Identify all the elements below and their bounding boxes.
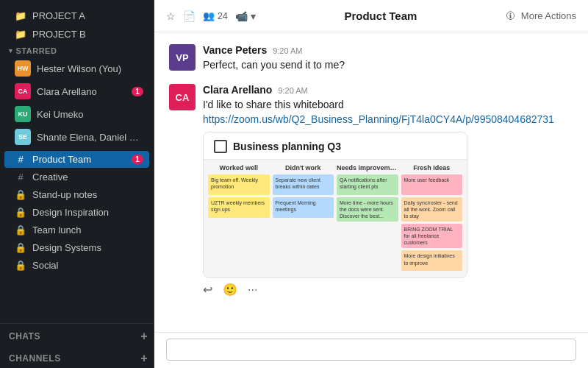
msg-content-clara: Clara Arellano 9:20 AM I'd like to share…	[203, 84, 573, 301]
sidebar-item-design-systems[interactable]: 🔒 Design Systems	[4, 239, 149, 256]
team-lunch-label: Team lunch	[32, 224, 143, 236]
message-clara: CA Clara Arellano 9:20 AM I'd like to sh…	[169, 84, 573, 301]
avatar-shante: SE	[15, 129, 31, 145]
message-input[interactable]	[166, 339, 576, 361]
clara-badge: 1	[132, 87, 143, 96]
design-systems-label: Design Systems	[32, 242, 143, 253]
wb-sticky-0-1: UZTR weekly members sign ups	[208, 197, 270, 218]
channel-title: Product Team	[256, 10, 506, 22]
member-files-icon[interactable]: 📄	[183, 10, 196, 22]
star-icon[interactable]: ☆	[166, 10, 176, 22]
header-left: ☆ 📄 👥 24 📹 ▾	[166, 10, 256, 22]
sidebar-item-social[interactable]: 🔒 Social	[4, 257, 149, 274]
sidebar-item-design-inspiration[interactable]: 🔒 Design Inspiration	[4, 204, 149, 221]
wb-sticky-1-0: Separate new client breaks within dates	[273, 174, 334, 195]
wb-col-didnt-work: Didn't work Separate new client breaks w…	[273, 164, 334, 274]
design-inspiration-label: Design Inspiration	[32, 207, 143, 218]
wb-sticky-3-0: More user feedback	[401, 174, 463, 195]
project-a-label: PROJECT A	[32, 10, 132, 21]
kei-label: Kei Umeko	[37, 109, 143, 120]
sidebar-item-creative[interactable]: # Creative	[4, 169, 149, 185]
more-options-icon[interactable]: ···	[248, 283, 257, 297]
msg-meta-vance: Vance Peters 9:20 AM	[203, 44, 573, 56]
shante-label: Shante Elena, Daniel Bow...	[37, 132, 143, 143]
sidebar-item-kei[interactable]: KU Kei Umeko	[4, 103, 149, 125]
hester-label: Hester Wilson (You)	[37, 63, 143, 74]
sidebar-bottom: CHATS + CHANNELS +	[0, 323, 154, 368]
wb-sticky-1-1: Frequent Morning meetings	[273, 197, 334, 218]
starred-items: HW Hester Wilson (You) CA Clara Arellano…	[0, 57, 154, 148]
product-team-label: Product Team	[32, 154, 132, 165]
whiteboard-embed: Business planning Q3 Worked well Big tea…	[203, 132, 467, 279]
message-input-area	[154, 332, 588, 368]
wb-sticky-0-0: Big team off. Weekly promotion	[208, 174, 270, 195]
channels-section-header[interactable]: CHANNELS +	[0, 350, 154, 367]
channels-section: CHANNELS +	[0, 346, 154, 368]
sidebar: 📁 PROJECT A ··· 📁 PROJECT B ··· ▾ STARRE…	[0, 0, 154, 368]
avatar-kei: KU	[15, 106, 31, 122]
sidebar-item-project-a[interactable]: 📁 PROJECT A ···	[4, 7, 149, 24]
wb-sticky-3-2: BRING ZOOM TRIAL for all freelance custo…	[401, 224, 463, 248]
wb-header: Business planning Q3	[204, 132, 467, 160]
sidebar-item-clara[interactable]: CA Clara Arellano 1	[4, 80, 149, 102]
projects-section: 📁 PROJECT A ··· 📁 PROJECT B ···	[0, 7, 154, 43]
channel-header: ☆ 📄 👥 24 📹 ▾ Product Team 🛈 More Actions	[154, 0, 588, 32]
sidebar-item-team-lunch[interactable]: 🔒 Team lunch	[4, 222, 149, 238]
wb-col-needs-improvement: Needs improvement QA notifications after…	[337, 164, 398, 274]
msg-time-clara: 9:20 AM	[278, 86, 307, 95]
more-actions-icon: 🛈	[506, 10, 515, 21]
channels-list: # Product Team 1 # Creative 🔒 Stand-up n…	[0, 151, 154, 274]
creative-label: Creative	[32, 171, 143, 183]
add-channel-button[interactable]: +	[140, 353, 148, 364]
sidebar-item-standup[interactable]: 🔒 Stand-up notes	[4, 186, 149, 203]
emoji-icon[interactable]: 🙂	[223, 283, 237, 297]
sidebar-item-hester[interactable]: HW Hester Wilson (You)	[4, 57, 149, 79]
standup-label: Stand-up notes	[32, 189, 143, 200]
header-right[interactable]: 🛈 More Actions	[506, 10, 576, 21]
msg-author-vance: Vance Peters	[203, 44, 267, 56]
wb-sticky-3-3: More design initiatives to improve	[401, 250, 463, 271]
wb-sticky-2-1: More time - more hours the docs were sen…	[337, 197, 398, 222]
starred-label: STARRED	[16, 46, 57, 55]
folder-icon: 📁	[15, 10, 26, 21]
avatar-clara: CA	[15, 83, 31, 99]
msg-text-vance: Perfect, can you send it to me?	[203, 57, 573, 72]
messages-area: VP Vance Peters 9:20 AM Perfect, can you…	[154, 32, 588, 332]
members-count[interactable]: 👥 24	[203, 10, 228, 21]
avatar-vance: VP	[169, 44, 196, 71]
wb-sticky-2-0: QA notifications after starting client p…	[337, 174, 398, 195]
add-chat-button[interactable]: +	[140, 330, 148, 342]
msg-content-vance: Vance Peters 9:20 AM Perfect, can you se…	[203, 44, 573, 72]
avatar-hester: HW	[15, 60, 31, 77]
sidebar-item-project-b[interactable]: 📁 PROJECT B ···	[4, 25, 149, 43]
clara-label: Clara Arellano	[37, 86, 132, 97]
hash-icon-product: #	[15, 154, 26, 165]
video-icon[interactable]: 📹 ▾	[235, 10, 256, 22]
whiteboard-link[interactable]: https://zoom.us/wb/Q2_Business_Planning/…	[203, 113, 554, 125]
lock-icon-social: 🔒	[15, 260, 26, 271]
lock-icon-standup: 🔒	[15, 189, 26, 200]
folder-icon-2: 📁	[15, 29, 26, 40]
wb-col-header-3: Fresh Ideas	[401, 164, 463, 171]
sidebar-item-product-team[interactable]: # Product Team 1	[4, 151, 149, 168]
wb-col-header-0: Worked well	[208, 164, 270, 171]
msg-text-clara: I'd like to share this whiteboard	[203, 97, 573, 112]
hash-icon-creative: #	[15, 171, 26, 183]
more-actions-label[interactable]: More Actions	[521, 10, 576, 21]
wb-col-fresh-ideas: Fresh Ideas More user feedback Daily syn…	[401, 164, 463, 274]
social-label: Social	[32, 260, 143, 271]
reply-icon[interactable]: ↩	[203, 283, 212, 297]
main-content: ☆ 📄 👥 24 📹 ▾ Product Team 🛈 More Actions…	[154, 0, 588, 368]
msg-author-clara: Clara Arellano	[203, 84, 272, 96]
message-vance: VP Vance Peters 9:20 AM Perfect, can you…	[169, 44, 573, 72]
wb-col-worked-well: Worked well Big team off. Weekly promoti…	[208, 164, 270, 274]
chats-label: CHATS	[9, 331, 40, 342]
avatar-clara-msg: CA	[169, 84, 196, 110]
product-team-badge: 1	[132, 155, 143, 164]
wb-sticky-3-1: Daily sync/roster - send all the work. Z…	[401, 197, 463, 222]
starred-section-header[interactable]: ▾ STARRED	[0, 43, 154, 57]
wb-col-header-1: Didn't work	[273, 164, 334, 171]
channels-label: CHANNELS	[9, 353, 61, 364]
chats-section-header[interactable]: CHATS +	[0, 328, 154, 344]
sidebar-item-shante[interactable]: SE Shante Elena, Daniel Bow...	[4, 126, 149, 148]
